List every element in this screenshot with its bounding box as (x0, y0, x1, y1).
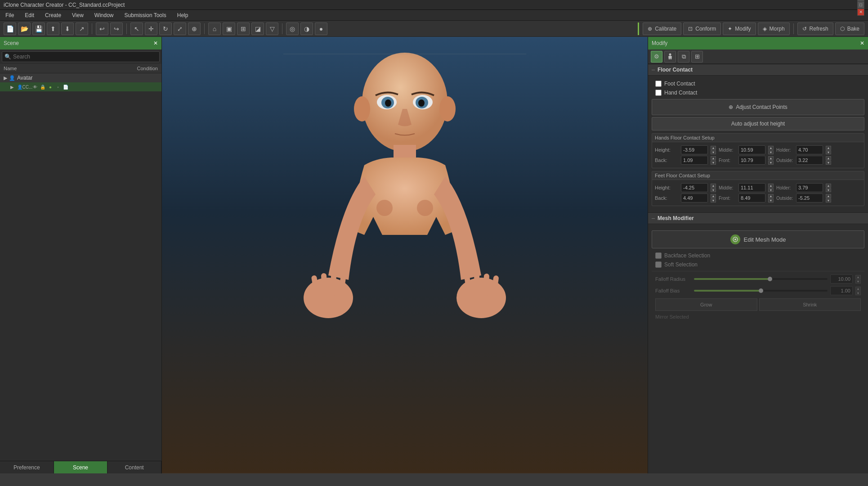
floor-contact-header[interactable]: ─ Floor Contact (648, 64, 868, 76)
wireframe-button[interactable]: ◎ (286, 22, 299, 35)
move-button[interactable]: ✛ (145, 22, 157, 35)
outside-down[interactable]: ▼ (826, 161, 831, 165)
modify-button[interactable]: ✦ Modify (723, 22, 756, 35)
falloff-bias-up[interactable]: ▲ (855, 287, 861, 291)
soft-selection-checkbox[interactable] (655, 261, 662, 268)
feet-front-up[interactable]: ▲ (768, 194, 774, 198)
scale-button[interactable]: ⤢ (174, 22, 186, 35)
feet-holder-down[interactable]: ▼ (826, 188, 831, 192)
modify-tb-settings[interactable]: ⚙ (651, 51, 662, 63)
feet-outside-input[interactable] (796, 194, 823, 202)
close-button[interactable]: ✕ (857, 9, 864, 16)
calibrate-button[interactable]: ⊕ Calibrate (643, 22, 681, 35)
export2-button[interactable]: ↗ (76, 22, 88, 35)
scene-close-icon[interactable]: ✕ (153, 40, 158, 46)
falloff-radius-value[interactable] (830, 274, 853, 284)
menu-window[interactable]: Window (93, 11, 116, 19)
redo-button[interactable]: ↪ (110, 22, 123, 35)
middle-up[interactable]: ▲ (768, 146, 774, 150)
front-down[interactable]: ▼ (768, 161, 774, 165)
home-button[interactable]: ⌂ (208, 22, 221, 35)
feet-back-down[interactable]: ▼ (711, 198, 716, 202)
hands-back-input[interactable] (681, 156, 708, 165)
maximize-button[interactable]: □ (857, 1, 864, 9)
edit-mesh-mode-button[interactable]: Edit Mesh Mode (652, 230, 864, 248)
cam-button[interactable]: ▽ (266, 22, 278, 35)
outside-input[interactable] (796, 156, 823, 165)
new-button[interactable]: 📄 (4, 22, 16, 35)
modify-close-icon[interactable]: ✕ (860, 40, 864, 46)
feet-height-input[interactable] (681, 183, 708, 192)
flat-button[interactable]: ◑ (300, 22, 313, 35)
feet-front-down[interactable]: ▼ (768, 198, 774, 202)
conform-button[interactable]: ⊡ Conform (683, 22, 721, 35)
back-down[interactable]: ▼ (711, 161, 716, 165)
falloff-bias-track[interactable] (694, 290, 828, 292)
refresh-button[interactable]: ↺ Refresh (797, 22, 833, 35)
feet-outside-down[interactable]: ▼ (826, 198, 831, 202)
auto-adjust-btn[interactable]: Auto adjust foot height (652, 117, 864, 130)
holder-input[interactable] (796, 145, 823, 154)
feet-middle-up[interactable]: ▲ (768, 184, 774, 188)
feet-outside-up[interactable]: ▲ (826, 194, 831, 198)
hands-height-input[interactable] (681, 145, 708, 154)
front-input[interactable] (738, 156, 765, 165)
back-up[interactable]: ▲ (711, 156, 716, 160)
item-lock-icon[interactable]: 🔒 (40, 84, 46, 90)
falloff-radius-down[interactable]: ▼ (855, 279, 861, 284)
front-up[interactable]: ▲ (768, 156, 774, 160)
import-button[interactable]: ⬆ (47, 22, 59, 35)
open-button[interactable]: 📂 (18, 22, 31, 35)
undo-button[interactable]: ↩ (96, 22, 108, 35)
gizmo-button[interactable]: ⊕ (188, 22, 201, 35)
export-button[interactable]: ⬇ (61, 22, 74, 35)
falloff-radius-up[interactable]: ▲ (855, 275, 861, 279)
persp-button[interactable]: ◪ (251, 22, 264, 35)
modify-tb-grid[interactable]: ⊞ (691, 51, 703, 63)
holder-up[interactable]: ▲ (826, 146, 831, 150)
hands-height-down[interactable]: ▼ (711, 150, 716, 154)
grid-button[interactable]: ⊞ (237, 22, 250, 35)
adjust-contact-btn[interactable]: ⊕ Adjust Contact Points (652, 99, 864, 115)
menu-create[interactable]: Create (43, 11, 63, 19)
falloff-radius-thumb[interactable] (768, 277, 772, 281)
falloff-bias-value[interactable] (830, 286, 853, 295)
save-button[interactable]: 💾 (32, 22, 45, 35)
holder-down[interactable]: ▼ (826, 150, 831, 154)
outside-up[interactable]: ▲ (826, 156, 831, 160)
feet-middle-input[interactable] (738, 183, 765, 192)
item-eye-icon[interactable]: 👁 (32, 84, 38, 90)
foot-contact-checkbox[interactable] (655, 81, 662, 87)
menu-file[interactable]: File (4, 11, 16, 19)
menu-view[interactable]: View (70, 11, 85, 19)
grow-button[interactable]: Grow (655, 298, 757, 311)
rotate-button[interactable]: ↻ (159, 22, 172, 35)
menu-edit[interactable]: Edit (23, 11, 36, 19)
scene-avatar-group[interactable]: ▶ 👤 Avatar (0, 73, 161, 82)
feet-height-down[interactable]: ▼ (711, 188, 716, 192)
mesh-modifier-header[interactable]: ─ Mesh Modifier (648, 212, 868, 224)
feet-front-input[interactable] (738, 194, 765, 202)
smooth-button[interactable]: ● (315, 22, 327, 35)
bake-button[interactable]: ⬡ Bake (835, 22, 864, 35)
scene-item-cc[interactable]: ▶ 👤 CC... 👁 🔒 ● ◦ 📄 (0, 82, 161, 91)
feet-holder-input[interactable] (796, 183, 823, 192)
front-button[interactable]: ▣ (223, 22, 235, 35)
menu-help[interactable]: Help (175, 11, 190, 19)
viewport[interactable] (162, 37, 648, 473)
feet-back-input[interactable] (681, 194, 708, 202)
tab-preference[interactable]: Preference (0, 461, 54, 473)
feet-height-up[interactable]: ▲ (711, 184, 716, 188)
hand-contact-checkbox[interactable] (655, 90, 662, 96)
feet-holder-up[interactable]: ▲ (826, 184, 831, 188)
search-input[interactable] (2, 51, 160, 62)
falloff-bias-down[interactable]: ▼ (855, 291, 861, 295)
middle-input[interactable] (738, 145, 765, 154)
select-button[interactable]: ↖ (130, 22, 143, 35)
shrink-button[interactable]: Shrink (759, 298, 861, 311)
modify-tb-layers[interactable]: ⧉ (678, 51, 689, 63)
menu-submission-tools[interactable]: Submission Tools (123, 11, 168, 19)
modify-tb-figure[interactable] (664, 51, 676, 63)
falloff-radius-track[interactable] (694, 278, 828, 280)
middle-down[interactable]: ▼ (768, 150, 774, 154)
